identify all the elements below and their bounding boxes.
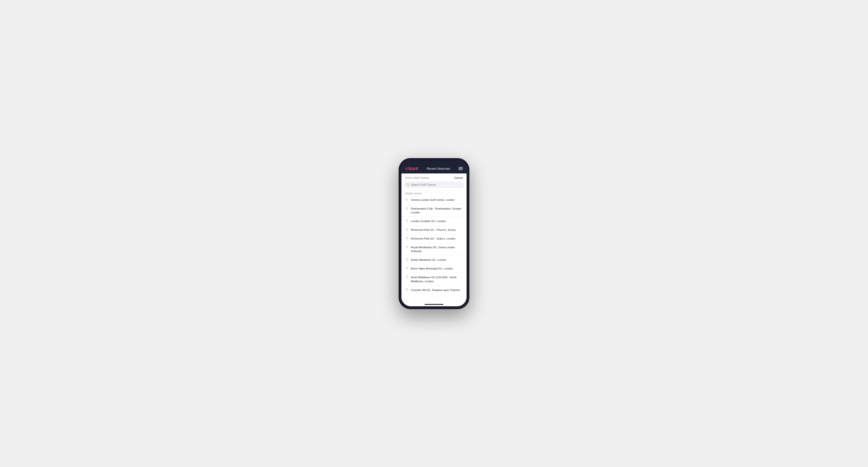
list-item[interactable]: Dukes Meadows GC, London — [401, 255, 467, 264]
pin-icon — [405, 228, 408, 231]
course-name: Royal Wimbledon GC, Great London Authori… — [411, 245, 463, 253]
nearby-label: Nearby courses — [401, 190, 467, 196]
svg-line-1 — [408, 185, 409, 186]
find-header: Find a Golf Course Cancel — [401, 174, 467, 182]
svg-point-5 — [407, 229, 407, 229]
list-item[interactable]: Richmond Park GC - Duke's, London — [401, 234, 467, 243]
svg-point-3 — [407, 208, 407, 208]
course-list: Central London Golf Centre, London Roeha… — [401, 196, 467, 302]
list-item[interactable]: Brent Valley Municipal GC, London — [401, 264, 467, 273]
search-container — [401, 182, 467, 190]
list-item[interactable]: North Middlesex GC (1011942 - North Midd… — [401, 273, 467, 285]
pin-icon — [405, 267, 408, 270]
menu-bar-3 — [459, 169, 463, 170]
course-name: Brent Valley Municipal GC, London — [411, 267, 453, 271]
course-name: Dukes Meadows GC, London — [411, 258, 446, 262]
pin-icon — [405, 288, 408, 292]
svg-point-7 — [407, 246, 407, 247]
home-bar — [425, 304, 443, 305]
pin-icon — [405, 276, 408, 279]
cancel-button[interactable]: Cancel — [454, 176, 463, 180]
search-input[interactable] — [411, 183, 461, 186]
pin-icon — [405, 258, 408, 261]
menu-bar-2 — [459, 168, 463, 169]
list-item[interactable]: Roehampton Club - Roehampton, Greater Lo… — [401, 205, 467, 217]
course-name: Richmond Park GC - Duke's, London — [411, 237, 456, 241]
phone-screen: clippd Recent Searches Find a Golf Cours… — [401, 161, 467, 306]
svg-point-9 — [407, 268, 407, 268]
svg-point-11 — [407, 289, 407, 289]
home-indicator — [401, 302, 467, 306]
svg-point-4 — [407, 220, 407, 221]
pin-icon — [405, 207, 408, 210]
menu-icon[interactable] — [459, 167, 463, 170]
list-item[interactable]: Richmond Park GC - Prince's, Surrey — [401, 226, 467, 234]
search-box — [404, 182, 464, 188]
find-title: Find a Golf Course — [405, 176, 429, 180]
app-logo: clippd — [405, 166, 418, 171]
list-item[interactable]: Coombe Hill GC, Kingston upon Thames — [401, 286, 467, 294]
course-name: Central London Golf Centre, London — [411, 198, 455, 202]
status-bar — [401, 161, 467, 164]
course-name: Richmond Park GC - Prince's, Surrey — [411, 228, 456, 232]
course-name: Roehampton Club - Roehampton, Greater Lo… — [411, 207, 463, 214]
pin-icon — [405, 246, 408, 249]
phone-frame: clippd Recent Searches Find a Golf Cours… — [399, 158, 469, 309]
nav-title: Recent Searches — [427, 167, 450, 170]
svg-point-8 — [407, 259, 407, 259]
list-item[interactable]: Central London Golf Centre, London — [401, 196, 467, 205]
svg-point-10 — [407, 276, 407, 277]
pin-icon — [405, 219, 408, 223]
content-area: Find a Golf Course Cancel Nearby courses — [401, 174, 467, 302]
pin-icon — [405, 198, 408, 201]
list-item[interactable]: London Scottish GC, London — [401, 217, 467, 226]
nav-bar: clippd Recent Searches — [401, 164, 467, 174]
list-item[interactable]: Royal Wimbledon GC, Great London Authori… — [401, 243, 467, 255]
course-name: London Scottish GC, London — [411, 219, 446, 223]
search-icon — [407, 183, 409, 186]
menu-bar-1 — [459, 167, 463, 167]
course-name: Coombe Hill GC, Kingston upon Thames — [411, 288, 460, 292]
svg-point-6 — [407, 238, 407, 238]
pin-icon — [405, 237, 408, 240]
course-name: North Middlesex GC (1011942 - North Midd… — [411, 275, 463, 283]
svg-point-2 — [407, 199, 407, 199]
